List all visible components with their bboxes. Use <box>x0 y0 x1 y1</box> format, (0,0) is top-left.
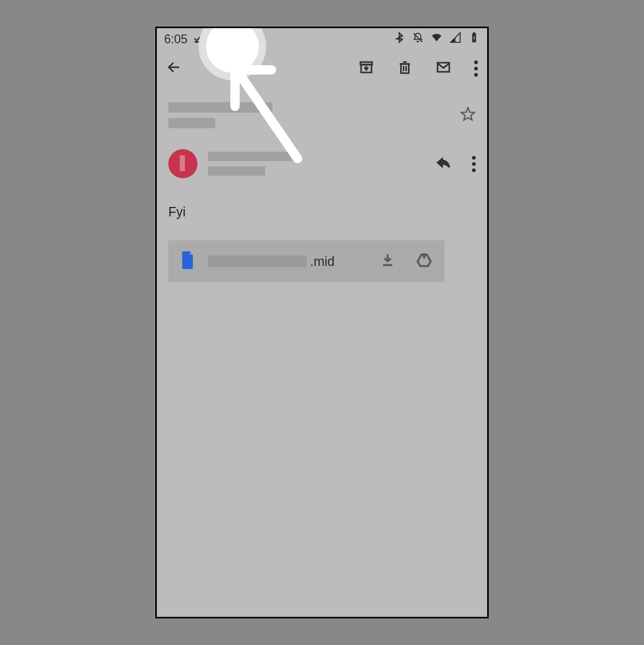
status-bar: 6:05 <box>157 28 487 50</box>
sender-info-redacted <box>208 152 296 176</box>
phone-frame: 6:05 <box>155 27 489 618</box>
svg-rect-9 <box>401 64 409 74</box>
attachment-ext: .mid <box>310 254 335 269</box>
wifi-icon <box>431 32 442 46</box>
status-time: 6:05 <box>164 32 188 46</box>
battery-charging-icon <box>468 32 480 46</box>
attachment-filename: .mid <box>208 254 335 269</box>
svg-rect-16 <box>383 264 392 266</box>
svg-rect-3 <box>473 32 475 34</box>
mark-unread-button[interactable] <box>436 59 451 77</box>
email-body: Fyi <box>157 184 487 230</box>
svg-marker-15 <box>462 108 475 120</box>
overflow-menu-button[interactable] <box>474 60 478 77</box>
sender-row <box>157 133 487 184</box>
save-to-drive-button[interactable] <box>416 252 432 270</box>
sender-avatar[interactable] <box>168 149 197 178</box>
attachment-chip[interactable]: .mid <box>168 240 444 282</box>
download-attachment-button[interactable] <box>380 252 395 270</box>
cellular-icon <box>450 32 461 46</box>
reply-button[interactable] <box>436 155 451 173</box>
dnd-off-icon <box>412 32 424 46</box>
bluetooth-icon <box>393 32 405 46</box>
back-button[interactable] <box>166 59 182 77</box>
download-done-icon <box>193 32 203 46</box>
sender-overflow-button[interactable] <box>472 156 476 172</box>
archive-button[interactable] <box>358 59 374 77</box>
email-toolbar <box>157 50 487 87</box>
svg-marker-18 <box>422 254 427 260</box>
file-icon <box>181 251 195 271</box>
delete-button[interactable] <box>397 59 413 77</box>
star-button[interactable] <box>460 106 476 124</box>
email-body-text: Fyi <box>168 204 185 219</box>
subject-row <box>157 87 487 133</box>
subject-text-redacted <box>168 102 273 128</box>
